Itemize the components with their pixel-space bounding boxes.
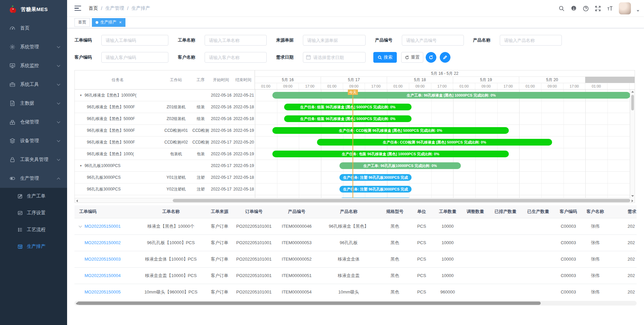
gantt-task-name[interactable]: 96孔移液盒【黑色】1000( [75, 151, 161, 157]
gantt-tick-label: 01:00 [453, 83, 475, 89]
tab-home[interactable]: 首页 [74, 18, 90, 27]
edit-schedule-button[interactable] [440, 52, 450, 63]
sidebar-item-8[interactable]: 生产管理 [0, 169, 67, 188]
github-icon[interactable] [571, 5, 577, 12]
workorder-code-link[interactable]: MO202205150003 [85, 257, 121, 262]
gantt-task-name[interactable]: 96孔移液盒【黑色】5000F [75, 104, 161, 110]
scroll-down-icon[interactable] [631, 195, 634, 197]
table-column-header: 需求日期 [608, 205, 637, 218]
gantt-task-name[interactable]: 96孔孔板3000PCS [75, 175, 161, 180]
gantt-bar-parent[interactable]: 生产工单: 96孔孔板10000PCS 完成比例: 0% [339, 162, 461, 169]
gantt-column-header: 工序 [191, 77, 210, 83]
gantt-task-name[interactable]: ▼96孔移液盒【黑色】10000P( [75, 93, 161, 98]
breadcrumb-production[interactable]: 生产管理 [105, 5, 124, 11]
sidebar-item-label: 系统监控 [20, 63, 39, 69]
table-cell [522, 234, 554, 251]
gantt-bar-row: 生产任务: 注塑 96孔孔板3000PCS 完成 [255, 195, 635, 198]
collapse-triangle-icon[interactable]: ▼ [79, 164, 82, 167]
fullscreen-icon[interactable] [595, 5, 601, 12]
workorder-code-cell: MO202205150005 [74, 284, 135, 300]
product-name-input[interactable] [500, 35, 562, 46]
submenu-item-1[interactable]: 工序设置 [0, 205, 67, 221]
customer-code-input[interactable] [101, 52, 168, 63]
tab-close-icon[interactable]: × [119, 20, 122, 24]
gantt-bar-parent[interactable]: 生产工单: 96孔移液盒 [黑色] 10000PCS 完成比例: 0% [272, 92, 630, 99]
submenu-item-0[interactable]: 生产工单 [0, 188, 67, 205]
product-code-input[interactable] [402, 35, 464, 46]
breadcrumb-home[interactable]: 首页 [89, 5, 98, 11]
breadcrumb-scheduling[interactable]: 生产排产 [131, 5, 150, 11]
sidebar-item-7[interactable]: 工装夹具管理 [0, 150, 67, 169]
gantt-vscroll-thumb[interactable] [631, 95, 634, 110]
gantt-bar-task[interactable]: 生产任务: 包装 96孔移液盒 [黑色] 10000PCS 完成比例: 0% [272, 151, 509, 157]
workorder-code-link[interactable]: MO202205150004 [85, 273, 121, 278]
submenu-item-3[interactable]: 生产排产 [0, 238, 67, 255]
gantt-bar-task[interactable]: 生产任务: 组装 96孔移液盒 [黑色] 5000PCS 完成比例: 0% [284, 104, 412, 110]
gantt-bar-task[interactable]: 生产任务: 组装 96孔移液盒 [黑色] 5000PCS 完成比例: 0% [284, 115, 412, 122]
gantt-task-name[interactable]: 96孔移液盒【黑色】5000F [75, 128, 161, 133]
gantt-day-row: 5月 165月 175月 185月 195月 20 [255, 77, 635, 83]
tab-production-scheduling[interactable]: 生产排产 × [92, 18, 125, 27]
table-cell: 移液盒盒盖【10000】PCS [135, 267, 207, 284]
table-cell: PO202205101001 [232, 251, 276, 267]
demand-date-input[interactable] [303, 52, 366, 63]
table-cell: C00003 [554, 234, 583, 251]
gantt-bar-task[interactable]: 生产任务: CCD检测 96孔移液盒 [黑色] 5000PCS 完成比例: 0% [272, 127, 509, 134]
workorder-code-input[interactable] [101, 35, 168, 46]
app-logo[interactable]: 苦糖果MES [0, 0, 67, 19]
avatar-caret-icon[interactable] [637, 10, 639, 12]
gantt-day-label: 5月 19 [453, 77, 519, 83]
gantt-hscroll-thumb[interactable] [173, 199, 630, 202]
workorder-table: 工单编码工单名称工单来源订单编号产品编号产品名称规格型号单位工单数量调整数量已排… [74, 205, 637, 300]
workorder-name-input[interactable] [205, 35, 267, 46]
search-icon[interactable] [558, 5, 565, 12]
source-doc-input[interactable] [303, 35, 366, 46]
row-expand-icon[interactable] [79, 224, 82, 228]
sidebar-item-6[interactable]: 设备管理 [0, 131, 67, 150]
gantt-tick-label: 17:00 [299, 83, 321, 89]
workorder-code-link[interactable]: MO202205150001 [85, 224, 121, 229]
workorder-code-link[interactable]: MO202205150002 [85, 240, 121, 245]
gantt-horizontal-scrollbar[interactable] [75, 198, 635, 203]
gantt-bar-sel[interactable]: 生产任务: 注塑 96孔孔板3000PCS 完成 [339, 198, 412, 198]
reset-button[interactable]: 重置 [401, 52, 423, 63]
sidebar-item-5[interactable]: 仓储管理 [0, 113, 67, 131]
submenu-item-label: 工序设置 [27, 210, 46, 216]
workorder-code-link[interactable]: MO202205150005 [85, 289, 121, 294]
gantt-task-cell: 2022-05-19 [232, 128, 255, 133]
collapse-triangle-icon[interactable]: ▼ [79, 94, 82, 97]
gantt-task-name[interactable]: 96孔移液盒【黑色】5000F [75, 140, 161, 145]
sidebar-collapse-icon[interactable] [74, 6, 81, 11]
gantt-bar-sel[interactable]: 生产任务: 注塑 96孔孔板3000PCS 完成 [339, 174, 412, 181]
sidebar-item-0[interactable]: 首页 [0, 19, 67, 38]
sidebar-item-3[interactable]: 系统工具 [0, 75, 67, 94]
fontsize-icon[interactable] [607, 5, 613, 12]
dashboard-icon [9, 25, 15, 31]
gear-icon [9, 44, 15, 50]
gantt-task-name[interactable]: 96孔移液盒【黑色】5000F [75, 116, 161, 122]
table-cell: 张伟 [583, 284, 608, 300]
scroll-right-icon[interactable] [632, 200, 633, 202]
customer-name-input[interactable] [205, 52, 267, 63]
search-button[interactable]: 搜索 [373, 52, 397, 63]
sidebar-item-4[interactable]: 主数据 [0, 94, 67, 113]
gantt-bar-row: 生产工单: 96孔孔板10000PCS 完成比例: 0% [255, 160, 635, 172]
table-hscroll-thumb[interactable] [77, 302, 541, 305]
gantt-task-name[interactable]: 96孔孔板3000PCS [75, 186, 161, 192]
scroll-up-icon[interactable] [631, 91, 634, 93]
refresh-gantt-button[interactable] [426, 52, 436, 63]
avatar[interactable] [619, 2, 631, 14]
gantt-bar-sel[interactable]: 生产任务: 注塑 96孔孔板3000PCS 完成 [339, 186, 412, 193]
gantt-task-name[interactable]: ▼96孔孔板10000PCS [75, 163, 161, 169]
help-icon[interactable] [583, 5, 589, 12]
chevron-down-icon [57, 83, 60, 86]
sidebar-item-2[interactable]: 系统监控 [0, 56, 67, 75]
table-horizontal-scrollbar[interactable] [74, 301, 637, 306]
table-column-header: 已生产数量 [522, 205, 554, 218]
sidebar-item-1[interactable]: 系统管理 [0, 38, 67, 56]
table-cell: 黑色 [380, 251, 410, 267]
gantt-vertical-scrollbar[interactable] [630, 90, 635, 198]
table-cell: 202 [608, 234, 637, 251]
scroll-left-icon[interactable] [76, 200, 78, 202]
submenu-item-2[interactable]: 工艺流程 [0, 221, 67, 238]
